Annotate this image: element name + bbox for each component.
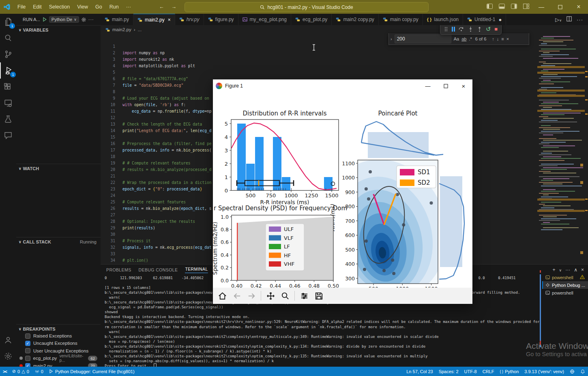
mpl-pan-icon[interactable]	[265, 291, 276, 301]
tab-untitled-1[interactable]: Untitled-1●	[463, 14, 506, 25]
tab-main-py[interactable]: main.py	[101, 14, 133, 25]
mpl-forward-icon[interactable]	[246, 291, 257, 301]
find-input[interactable]	[395, 34, 451, 43]
mpl-back-icon[interactable]	[232, 291, 242, 301]
tab-main2-py[interactable]: main2.py×	[133, 14, 175, 25]
panel-close-icon[interactable]: ×	[581, 267, 584, 273]
activity-run-and-debug[interactable]: 1	[0, 62, 17, 79]
breakpoint-checkbox[interactable]	[25, 356, 30, 361]
menu-item-go[interactable]: Go	[92, 4, 106, 10]
find-next-icon[interactable]: ↓	[497, 36, 499, 41]
section-header-breakpoints[interactable]: ∨BREAKPOINTS	[16, 324, 101, 333]
problems-indicator[interactable]: ⊘0 △0	[9, 369, 32, 374]
minimap[interactable]	[537, 25, 585, 264]
activity-chat[interactable]	[0, 127, 16, 143]
editor-more-actions-icon[interactable]: ···	[577, 17, 583, 23]
figure-minimize-button[interactable]: —	[419, 79, 437, 92]
breadcrumb[interactable]: main2.py › ...	[105, 25, 142, 34]
status-spaces[interactable]: Spaces: 2	[436, 369, 461, 374]
section-header-call-stack[interactable]: ∨CALL STACKRunning	[16, 237, 101, 246]
find-widget[interactable]: › Aa ab .* 6 of 6 ↑ ↓ ≡ ×	[388, 33, 529, 45]
figure-maximize-button[interactable]	[437, 79, 455, 92]
nav-forward-icon[interactable]: →	[172, 4, 177, 10]
run-python-file-button[interactable]: ▷∨	[555, 17, 562, 23]
account-icon[interactable]	[0, 332, 16, 348]
toggle-secondary-sidebar-icon[interactable]	[508, 4, 520, 10]
status-ln[interactable]: Ln 57, Col 23	[403, 369, 436, 374]
section-header-variables[interactable]: ∨VARIABLES	[16, 25, 101, 34]
debug-step-out-icon[interactable]	[477, 26, 482, 32]
tab-main-copy-py[interactable]: main copy.py	[379, 14, 423, 25]
status-3-9-13[interactable]: 3.9.13 ('venv': venv)	[521, 369, 567, 374]
status-utf-8[interactable]: UTF-8	[461, 369, 480, 374]
find-close-icon[interactable]: ×	[506, 36, 509, 41]
tab-hrv-py[interactable]: hrv.py	[175, 14, 204, 25]
window-minimize-button[interactable]: —	[532, 0, 551, 14]
mpl-subplots-icon[interactable]	[299, 291, 309, 301]
command-search-box[interactable]: hcg801 - main2.py - Visual Studio Code	[185, 2, 429, 12]
mpl-save-icon[interactable]	[313, 291, 324, 301]
regex-icon[interactable]: .*	[469, 36, 472, 41]
terminal-more-icon[interactable]: ···	[565, 267, 570, 273]
section-header-watch[interactable]: ∨WATCH	[16, 164, 101, 173]
split-editor-icon[interactable]	[567, 16, 572, 23]
matplotlib-figure-window[interactable]: Figure 1 — × 012345500750100012501500Dis…	[213, 79, 472, 304]
menu-item-file[interactable]: File	[14, 4, 29, 10]
terminal-instance-powershell[interactable]: powershell	[542, 289, 588, 297]
terminal-launch-chevron-icon[interactable]: ∨	[559, 267, 562, 273]
terminal-instance-python-debug[interactable]: Python Debug ...	[542, 281, 588, 289]
breakpoint-checkbox[interactable]: ✓	[25, 341, 30, 346]
activity-remote-explorer[interactable]	[0, 95, 16, 111]
tab-figure-py[interactable]: figure.py	[204, 14, 238, 25]
gear-icon[interactable]	[81, 17, 86, 22]
activity-source-control[interactable]	[0, 46, 16, 62]
activity-testing[interactable]	[0, 111, 16, 127]
whole-word-icon[interactable]: ab	[461, 36, 466, 41]
breakpoint-ecg-plot-py[interactable]: ecg_plot.pyvenv\Lib\site-p...62	[16, 355, 101, 362]
breakpoint-user-uncaught-exceptions[interactable]: User Uncaught Exceptions	[16, 347, 109, 355]
mpl-home-icon[interactable]	[217, 291, 227, 301]
status-python[interactable]: { }Python	[497, 369, 521, 374]
breadcrumb-file[interactable]: main2.py	[112, 27, 131, 32]
menu-item-selection[interactable]: Selection	[45, 4, 73, 10]
window-close-button[interactable]: ×	[569, 0, 588, 14]
terminal-instance-powershell[interactable]: powershell	[542, 273, 588, 281]
tab-close-icon[interactable]: ×	[168, 17, 171, 23]
debug-config-dropdown[interactable]: Python De∨	[49, 16, 79, 23]
tab-launch-json[interactable]: { }launch.json	[423, 14, 463, 25]
debug-status[interactable]: Python Debugger: Current File (hcg801)	[46, 369, 137, 374]
layout-customize-icon[interactable]	[520, 4, 532, 10]
menu-item-run[interactable]: Run	[106, 4, 122, 10]
panel-maximize-icon[interactable]: ∧	[574, 267, 577, 273]
globe-icon[interactable]	[567, 369, 577, 374]
figure-close-button[interactable]: ×	[455, 79, 472, 92]
nav-back-icon[interactable]: ←	[159, 4, 164, 10]
debug-pause-icon[interactable]	[452, 27, 455, 32]
breakpoint-checkbox[interactable]	[25, 348, 30, 353]
start-debug-icon[interactable]	[42, 17, 47, 22]
debug-restart-icon[interactable]: ↺	[486, 26, 491, 32]
activity-search[interactable]	[0, 30, 16, 46]
match-case-icon[interactable]: Aa	[454, 36, 459, 41]
find-in-selection-icon[interactable]: ≡	[501, 36, 504, 41]
window-maximize-button[interactable]	[551, 0, 569, 14]
notifications-bell-icon[interactable]	[577, 369, 588, 374]
sidebar-more-actions-icon[interactable]: ···	[88, 17, 94, 22]
activity-explorer[interactable]: 1	[0, 14, 16, 30]
debug-stop-icon[interactable]: ■	[494, 26, 498, 32]
menu-item-edit[interactable]: Edit	[29, 4, 45, 10]
tab-main2-copy-py[interactable]: main2 copy.py	[332, 14, 378, 25]
panel-tab-terminal[interactable]: TERMINAL	[185, 267, 208, 273]
menu-item-view[interactable]: View	[73, 4, 92, 10]
breadcrumb-more[interactable]: ...	[138, 27, 142, 32]
mpl-zoom-icon[interactable]	[280, 291, 290, 301]
debug-drag-handle-icon[interactable]	[444, 26, 448, 32]
debug-step-into-icon[interactable]	[468, 26, 473, 32]
toggle-panel-icon[interactable]	[496, 4, 508, 10]
breakpoint-checkbox[interactable]	[25, 333, 30, 339]
activity-extensions[interactable]	[0, 79, 16, 95]
remote-indicator[interactable]: ><	[0, 369, 9, 374]
panel-tab-debug-console[interactable]: DEBUG CONSOLE	[139, 267, 178, 272]
status-crlf[interactable]: CRLF	[480, 369, 497, 374]
tab-my-ecg-plot-png[interactable]: my_ecg_plot.png	[238, 14, 291, 25]
